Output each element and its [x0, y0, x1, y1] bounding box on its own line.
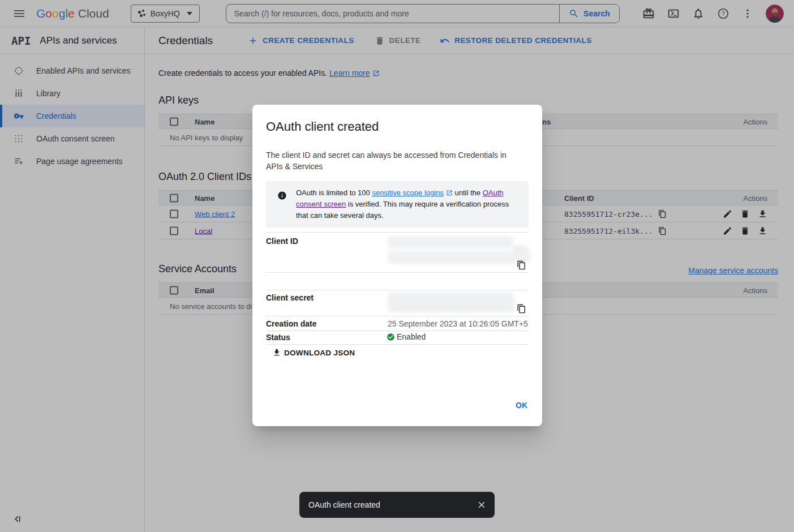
download-icon: [272, 348, 281, 357]
info-icon: [277, 191, 287, 200]
check-circle-icon: [387, 333, 395, 341]
toast-message: OAuth client created: [308, 500, 380, 509]
sensitive-scope-logins-link[interactable]: sensitive scope logins: [372, 188, 443, 197]
close-icon[interactable]: [477, 500, 487, 510]
download-json-button[interactable]: DOWNLOAD JSON: [272, 348, 355, 357]
client-secret-label: Client secret: [266, 293, 314, 302]
download-json-label: DOWNLOAD JSON: [284, 349, 355, 357]
verification-notice: OAuth is limited to 100 sensitive scope …: [266, 181, 529, 228]
redacted-client-secret: [388, 292, 514, 312]
creation-date-value: 25 September 2023 at 10:26:05 GMT+5: [388, 319, 528, 328]
status-value-wrap: Enabled: [387, 332, 426, 341]
redacted-client-id: [388, 251, 530, 264]
toast: OAuth client created: [299, 492, 495, 518]
external-link-icon: [446, 190, 453, 196]
notice-text: until the: [453, 188, 483, 197]
dialog-title: OAuth client created: [266, 119, 379, 134]
notice-text: OAuth is limited to 100: [296, 188, 372, 197]
dialog-subtitle: The client ID and secret can always be a…: [266, 149, 522, 172]
status-label: Status: [266, 333, 290, 342]
oauth-client-created-dialog: OAuth client created The client ID and s…: [252, 105, 542, 426]
creation-date-label: Creation date: [266, 319, 316, 328]
redacted-client-id: [388, 236, 513, 248]
copy-client-id-icon[interactable]: [517, 260, 526, 270]
copy-client-secret-icon[interactable]: [517, 304, 526, 314]
ok-button[interactable]: OK: [516, 401, 527, 410]
client-id-label: Client ID: [266, 237, 298, 246]
status-value: Enabled: [397, 332, 426, 341]
